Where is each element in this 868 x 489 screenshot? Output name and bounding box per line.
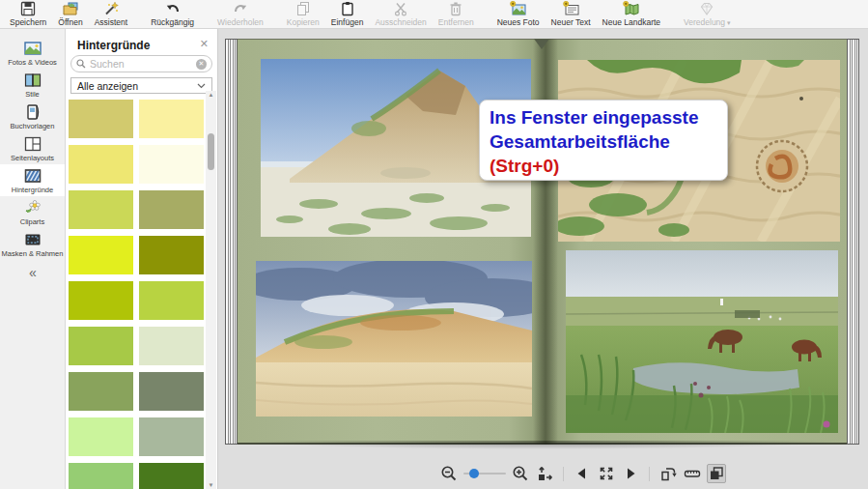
sidebar: Fotos & Videos Stile Buchvorlagen Seiten… <box>0 29 66 489</box>
book-templates-icon <box>23 103 42 121</box>
new-photo-icon <box>510 1 526 16</box>
background-swatch[interactable] <box>139 372 204 411</box>
new-map-button[interactable]: Neue Landkarte <box>597 0 667 29</box>
new-map-label: Neue Landkarte <box>602 17 661 27</box>
background-swatch[interactable] <box>69 327 133 365</box>
beach-dune-photo[interactable] <box>256 261 532 417</box>
workspace-canvas[interactable] <box>218 29 868 489</box>
sidebar-label: Hintergründe <box>12 186 53 194</box>
background-swatch[interactable] <box>69 417 133 456</box>
background-swatch[interactable] <box>139 281 204 320</box>
sidebar-item-hintergruende[interactable]: Hintergründe <box>0 164 65 196</box>
save-icon <box>20 1 36 16</box>
zoom-slider-thumb[interactable] <box>469 469 479 478</box>
pages-overview-button[interactable] <box>707 464 726 483</box>
background-swatch[interactable] <box>69 100 133 138</box>
sidebar-item-cliparts[interactable]: Cliparts <box>0 196 65 228</box>
assistant-label: Assistent <box>95 17 128 27</box>
separator <box>563 467 564 481</box>
save-button[interactable]: Speichern <box>4 0 52 29</box>
previous-page-icon <box>574 466 590 481</box>
bottom-controls <box>439 461 726 486</box>
filter-dropdown[interactable]: Alle anzeigen <box>70 77 212 94</box>
paste-button[interactable]: Einfügen <box>325 0 370 29</box>
background-swatch[interactable] <box>139 417 204 456</box>
diamond-icon <box>699 1 714 16</box>
backgrounds-panel: Hintergründe ✕ Suchen ✕ Alle anzeigen ▲ … <box>66 29 218 489</box>
sidebar-item-fotos-videos[interactable]: Fotos & Videos <box>0 37 65 69</box>
background-swatch[interactable] <box>139 463 204 489</box>
sidebar-label: Buchvorlagen <box>11 122 55 130</box>
page-stack-left <box>225 39 238 445</box>
sidebar-item-masken-rahmen[interactable]: Masken & Rahmen <box>0 228 65 260</box>
tooltip-line-1: Ins Fenster eingepasste <box>490 105 717 129</box>
zoom-in-button[interactable] <box>511 464 530 483</box>
background-swatch[interactable] <box>69 190 133 229</box>
background-swatch[interactable] <box>139 190 204 229</box>
zoom-tooltip: Ins Fenster eingepasste Gesamtarbeitsflä… <box>479 100 728 181</box>
pages-overview-icon <box>708 465 725 482</box>
undo-button[interactable]: Rückgängig <box>145 0 200 29</box>
trash-icon <box>448 1 463 16</box>
background-swatch[interactable] <box>139 145 204 184</box>
zoom-out-button[interactable] <box>439 464 459 483</box>
magic-wand-icon <box>103 1 119 16</box>
background-swatch[interactable] <box>139 327 204 365</box>
background-swatch[interactable] <box>69 463 133 489</box>
sidebar-label: Seitenlayouts <box>11 154 54 162</box>
search-icon <box>76 59 86 69</box>
ruler-icon <box>684 465 701 482</box>
search-clear-button[interactable]: ✕ <box>196 59 207 70</box>
panel-close-button[interactable]: ✕ <box>200 38 209 50</box>
dropdown-caret-icon: ▾ <box>727 19 731 26</box>
embellishment-label: Veredelung▾ <box>684 17 731 27</box>
scroll-thumb[interactable] <box>208 133 214 170</box>
redo-label: Wiederholen <box>217 17 264 27</box>
next-page-button[interactable] <box>621 464 640 483</box>
panel-title: Hintergründe <box>77 39 150 52</box>
background-swatch[interactable] <box>69 145 133 184</box>
sidebar-item-seitenlayouts[interactable]: Seitenlayouts <box>0 132 65 164</box>
new-map-icon <box>623 1 639 16</box>
swatch-grid <box>69 100 204 489</box>
zoom-out-icon <box>440 465 458 482</box>
fit-to-window-button[interactable] <box>535 464 554 483</box>
spread-view-icon <box>659 465 677 482</box>
background-swatch[interactable] <box>69 372 133 411</box>
sidebar-item-buchvorlagen[interactable]: Buchvorlagen <box>0 101 65 132</box>
background-swatch[interactable] <box>139 236 204 274</box>
open-button[interactable]: Öffnen <box>52 0 88 29</box>
scissors-icon <box>393 1 408 16</box>
panel-scrollbar[interactable]: ▲ ▼ <box>206 91 216 489</box>
assistant-button[interactable]: Assistent <box>89 0 134 29</box>
undo-label: Rückgängig <box>151 17 194 27</box>
app-window: Speichern Öffnen Assistent Rückgängig Wi… <box>0 0 868 489</box>
background-swatch[interactable] <box>139 100 204 138</box>
new-text-button[interactable]: Neuer Text <box>546 0 597 29</box>
background-swatch[interactable] <box>69 281 133 320</box>
search-placeholder: Suchen <box>90 58 192 70</box>
save-label: Speichern <box>10 17 46 27</box>
fullscreen-icon <box>598 465 615 482</box>
marsh-horses-photo[interactable] <box>566 250 838 433</box>
background-swatch[interactable] <box>69 236 133 274</box>
delete-label: Entfernen <box>438 17 474 27</box>
previous-page-button[interactable] <box>573 464 592 483</box>
spread-view-button[interactable] <box>658 464 678 483</box>
sidebar-item-stile[interactable]: Stile <box>0 69 65 101</box>
fullscreen-button[interactable] <box>597 464 616 483</box>
zoom-slider[interactable] <box>463 464 506 483</box>
sidebar-collapse-button[interactable]: « <box>0 260 65 285</box>
scroll-up-arrow[interactable]: ▲ <box>206 92 216 98</box>
redo-button: Wiederholen <box>211 0 269 29</box>
new-text-icon <box>563 1 579 16</box>
paste-icon <box>340 1 355 16</box>
sidebar-label: Fotos & Videos <box>8 58 57 67</box>
new-photo-button[interactable]: Neues Foto <box>491 0 546 29</box>
backgrounds-icon <box>23 167 42 185</box>
scroll-down-arrow[interactable]: ▼ <box>206 482 216 488</box>
search-input[interactable]: Suchen ✕ <box>70 55 212 72</box>
zoom-in-icon <box>512 465 529 482</box>
sidebar-label: Cliparts <box>20 217 44 226</box>
ruler-button[interactable] <box>683 464 702 483</box>
